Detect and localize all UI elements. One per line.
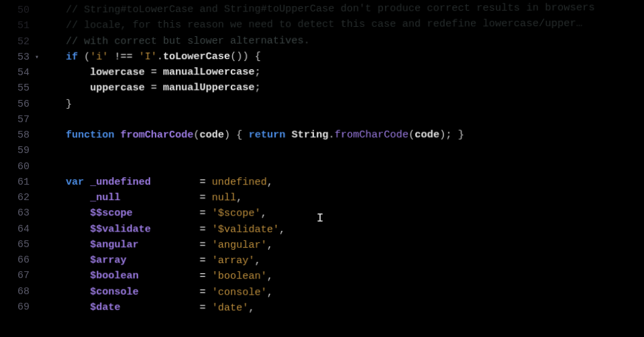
token-punc: , xyxy=(236,192,242,203)
line-number-gutter: 50515253▾5455565758596061626364656667686… xyxy=(0,3,42,316)
token-punc xyxy=(114,130,120,141)
token-const: null xyxy=(212,192,236,203)
token-punc: ) { xyxy=(224,130,248,141)
token-ident: toLowerCase xyxy=(163,51,230,62)
line-number: 67 xyxy=(0,268,30,283)
token-var: _undefined xyxy=(90,177,151,188)
line-number: 57 xyxy=(0,112,30,128)
line-number: 68 xyxy=(0,284,30,299)
code-line[interactable]: if ('i' !== 'I'.toLowerCase()) { xyxy=(42,48,644,65)
line-number: 64 xyxy=(0,222,30,237)
token-punc: ()) { xyxy=(230,51,261,62)
token-punc: ); } xyxy=(439,129,464,140)
token-var: _null xyxy=(90,192,120,203)
token-var: $console xyxy=(90,286,138,297)
code-line[interactable]: // locale, for this reason we need to de… xyxy=(42,15,644,34)
line-number: 56 xyxy=(0,96,30,111)
code-line[interactable]: $$scope = '$scope', xyxy=(42,205,644,222)
line-number: 65 xyxy=(0,237,30,252)
token-punc: ( xyxy=(409,130,415,141)
token-string: 'I' xyxy=(139,51,157,62)
line-number: 62 xyxy=(0,190,30,205)
token-punc: } xyxy=(66,98,72,109)
token-punc: , xyxy=(267,271,273,283)
code-line[interactable]: // with correct but slower alternatives. xyxy=(42,32,644,50)
line-number: 51 xyxy=(0,18,30,34)
token-var: $array xyxy=(90,254,126,266)
code-line[interactable]: _null = null, xyxy=(42,190,644,207)
token-keyword: var xyxy=(66,177,84,188)
code-line[interactable]: $angular = 'angular', xyxy=(42,237,644,254)
token-punc: ; xyxy=(255,82,261,93)
fold-marker-icon[interactable]: ▾ xyxy=(35,52,39,63)
token-string: 'array' xyxy=(212,255,255,267)
token-string: '$validate' xyxy=(212,224,279,235)
code-line[interactable]: lowercase = manualLowercase; xyxy=(42,63,644,81)
code-area[interactable]: // String#toLowerCase and String#toUpper… xyxy=(42,0,644,318)
token-keyword: function xyxy=(66,130,114,141)
token-punc xyxy=(84,177,90,188)
token-string: 'console' xyxy=(212,287,267,298)
line-number: 58 xyxy=(0,128,30,143)
line-number: 53▾ xyxy=(0,50,30,65)
token-method: fromCharCode xyxy=(335,130,409,141)
token-op: = xyxy=(200,192,212,203)
token-op: = xyxy=(200,302,212,314)
token-string: '$scope' xyxy=(212,208,261,220)
code-line[interactable] xyxy=(42,111,644,127)
code-line[interactable]: function fromCharCode(code) { return Str… xyxy=(42,127,644,143)
code-editor[interactable]: 50515253▾5455565758596061626364656667686… xyxy=(0,0,644,318)
code-line[interactable]: uppercase = manualUppercase; xyxy=(42,79,644,96)
token-var: $$validate xyxy=(90,224,151,235)
token-punc: , xyxy=(267,177,273,188)
token-op: = xyxy=(200,255,212,267)
token-punc: , xyxy=(267,287,273,298)
code-line[interactable]: $array = 'array', xyxy=(42,252,644,270)
token-punc: . xyxy=(157,51,163,62)
code-line[interactable]: var _undefined = undefined, xyxy=(42,175,644,191)
token-var: $date xyxy=(90,301,120,313)
line-number: 61 xyxy=(0,175,30,190)
token-punc: , xyxy=(279,224,285,235)
token-punc: ( xyxy=(78,51,90,62)
token-ident: manualUppercase xyxy=(163,82,255,93)
code-line[interactable] xyxy=(42,159,644,175)
line-number: 59 xyxy=(0,143,30,158)
token-ident: code xyxy=(415,129,439,140)
line-number: 55 xyxy=(0,81,30,96)
token-punc: . xyxy=(328,130,334,141)
token-op: = xyxy=(200,287,212,298)
token-punc: ; xyxy=(255,66,261,78)
token-punc: , xyxy=(255,255,261,267)
token-op: = xyxy=(200,177,212,188)
token-ident: uppercase xyxy=(90,83,145,94)
token-op: = xyxy=(200,239,212,250)
token-op: = xyxy=(200,208,212,220)
code-line[interactable]: } xyxy=(42,95,644,112)
code-line[interactable]: $date = 'date', xyxy=(42,299,644,318)
token-op: = xyxy=(145,66,163,78)
token-punc xyxy=(285,130,291,141)
code-line[interactable] xyxy=(42,143,644,159)
token-punc: , xyxy=(267,240,273,251)
token-var: $angular xyxy=(90,239,138,250)
token-obj: String xyxy=(292,130,329,141)
code-line[interactable]: $boolean = 'boolean', xyxy=(42,268,644,286)
token-keyword: if xyxy=(66,51,78,62)
token-func: fromCharCode xyxy=(121,130,194,141)
token-var: $$scope xyxy=(90,207,132,219)
token-op: !== xyxy=(108,51,138,62)
token-op: = xyxy=(145,83,163,94)
line-number: 69 xyxy=(0,299,30,315)
token-comment: // with correct but slower alternatives. xyxy=(66,35,310,47)
line-number: 63 xyxy=(0,205,30,221)
token-ident: manualLowercase xyxy=(163,66,255,78)
token-string: 'boolean' xyxy=(212,271,267,282)
code-line[interactable]: $console = 'console', xyxy=(42,284,644,302)
token-ident: code xyxy=(200,130,224,141)
code-line[interactable]: $$validate = '$validate', xyxy=(42,222,644,238)
token-punc: ( xyxy=(194,130,200,141)
line-number: 52 xyxy=(0,34,30,49)
token-ident: lowercase xyxy=(90,66,145,78)
token-string: 'date' xyxy=(212,302,249,314)
